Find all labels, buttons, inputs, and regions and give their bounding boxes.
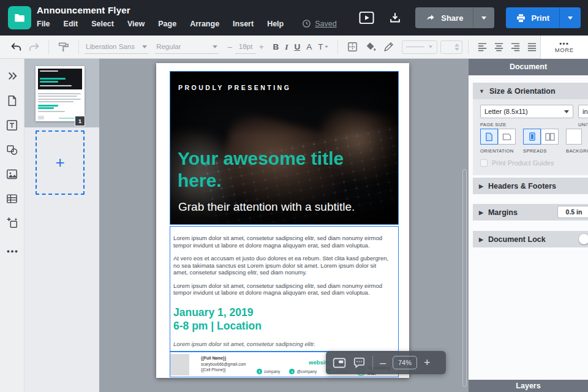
- text-style-letter: T: [318, 42, 323, 51]
- menu-view[interactable]: View: [127, 20, 145, 28]
- share-label: Share: [441, 13, 463, 23]
- background-color-swatch[interactable]: [566, 129, 582, 145]
- menu-select[interactable]: Select: [91, 20, 114, 28]
- zoom-bar: – 74% +: [326, 351, 446, 374]
- thumbnail-hero: [38, 69, 82, 89]
- save-status[interactable]: Saved: [302, 19, 336, 28]
- size-orientation-section-header[interactable]: ▼ Size & Orientation: [473, 83, 588, 99]
- print-product-guides-checkbox[interactable]: [480, 159, 488, 167]
- font-style-select[interactable]: Regular: [155, 40, 219, 54]
- share-dropdown-button[interactable]: [473, 7, 494, 28]
- twitter-handle: @company: [296, 369, 317, 374]
- comments-button[interactable]: [353, 357, 366, 369]
- document-lock-toggle[interactable]: [578, 233, 588, 245]
- shapes-icon: [6, 144, 18, 156]
- more-tools-button[interactable]: ••• MORE: [540, 36, 588, 59]
- table-icon: [6, 194, 18, 204]
- align-right-button[interactable]: [507, 39, 524, 56]
- headers-footers-label: Headers & Footers: [488, 182, 556, 190]
- font-size-decrease-button[interactable]: –: [225, 39, 235, 56]
- page-size-select[interactable]: Letter (8.5x11): [480, 105, 573, 118]
- present-button[interactable]: [358, 9, 375, 26]
- line-weight-stepper[interactable]: [440, 40, 462, 54]
- app-window: Announcement Flyer File Edit Select View…: [0, 0, 588, 392]
- more-tools-rail-button[interactable]: [0, 239, 24, 263]
- page-size-value: Letter (8.5x11): [484, 108, 528, 115]
- shapes-tool-button[interactable]: [0, 137, 24, 162]
- expand-panel-button[interactable]: [0, 64, 24, 88]
- pages-tool-button[interactable]: [0, 88, 24, 113]
- font-size-increase-button[interactable]: +: [256, 39, 267, 56]
- orientation-landscape-button[interactable]: [498, 129, 516, 145]
- menu-file[interactable]: File: [37, 20, 50, 28]
- images-tool-button[interactable]: [0, 162, 24, 186]
- facebook-handle: company: [264, 369, 280, 374]
- menu-page[interactable]: Page: [158, 20, 176, 28]
- border-color-button[interactable]: [380, 39, 398, 56]
- text-style-button[interactable]: T: [315, 39, 332, 56]
- triangle-right-icon: ▶: [479, 209, 483, 216]
- chevron-down-icon: [568, 17, 573, 20]
- document-panel: Document ▼ Size & Orientation Letter (8.…: [469, 59, 588, 392]
- bold-button[interactable]: B: [270, 39, 282, 56]
- zoom-in-button[interactable]: +: [424, 357, 431, 368]
- menu-arrange[interactable]: Arrange: [190, 20, 219, 28]
- menu-help[interactable]: Help: [267, 20, 284, 28]
- underline-button[interactable]: U: [291, 39, 303, 56]
- zoom-out-button[interactable]: –: [380, 357, 386, 368]
- text-tool-button[interactable]: [0, 113, 24, 137]
- align-left-button[interactable]: [474, 39, 491, 56]
- smart-fields-tool-button[interactable]: [0, 211, 24, 235]
- headers-footers-section-header[interactable]: ▶ Headers & Footers: [473, 178, 588, 194]
- chevron-down-icon: [213, 45, 217, 48]
- flyer-page[interactable]: PROUDLY PRESENTING Your awesome title he…: [156, 63, 409, 378]
- page-size-label: PAGE SIZE: [480, 122, 507, 127]
- zoom-level-field[interactable]: 74%: [393, 356, 417, 369]
- align-center-button[interactable]: [491, 39, 507, 56]
- canvas-scrollbar[interactable]: [462, 169, 467, 387]
- clock-icon: [302, 19, 311, 28]
- triangle-right-icon: ▶: [479, 183, 483, 189]
- hero-image-block[interactable]: PROUDLY PRESENTING Your awesome title he…: [170, 72, 398, 224]
- print-button[interactable]: Print: [506, 7, 559, 28]
- document-title[interactable]: Announcement Flyer: [37, 5, 130, 15]
- add-page-button[interactable]: +: [36, 130, 85, 195]
- text-color-button[interactable]: A: [303, 39, 315, 56]
- format-painter-button[interactable]: [55, 39, 73, 56]
- page-thumbnail[interactable]: 1: [36, 66, 85, 121]
- font-family-select[interactable]: Liberation Sans: [85, 40, 148, 54]
- redo-button[interactable]: [25, 39, 43, 56]
- layers-panel-header[interactable]: Layers: [469, 380, 588, 392]
- page-number-badge: 1: [75, 116, 85, 126]
- spreads-facing-button[interactable]: [541, 129, 559, 145]
- body-paragraph: Lorem ipsum dolor sit amet, consetetur s…: [173, 235, 391, 249]
- chevron-down-icon: [564, 110, 569, 113]
- folder-icon: [13, 11, 26, 24]
- undo-button[interactable]: [7, 39, 25, 56]
- margins-section-header[interactable]: ▶ Margins 0.5 in: [473, 204, 588, 221]
- italic-button[interactable]: I: [282, 39, 291, 56]
- table-tool-button[interactable]: [0, 186, 24, 211]
- units-select[interactable]: in: [578, 105, 588, 118]
- align-justify-button[interactable]: [524, 39, 540, 56]
- menu-edit[interactable]: Edit: [64, 20, 78, 28]
- table-button[interactable]: [344, 39, 361, 56]
- download-icon: [388, 11, 402, 24]
- margins-input[interactable]: 0.5 in: [557, 206, 588, 218]
- font-size-field[interactable]: 18pt: [235, 40, 256, 54]
- orientation-portrait-button[interactable]: [480, 129, 498, 145]
- document-lock-section-header[interactable]: ▶ Document Lock: [473, 231, 588, 247]
- spreads-single-button[interactable]: [523, 129, 541, 145]
- share-button[interactable]: Share: [415, 7, 473, 28]
- download-button[interactable]: [386, 9, 404, 26]
- document-panel-header[interactable]: Document: [469, 59, 588, 75]
- print-dropdown-button[interactable]: [559, 7, 581, 28]
- canvas-workspace[interactable]: PROUDLY PRESENTING Your awesome title he…: [99, 59, 469, 392]
- ellipsis-icon: •••: [559, 41, 569, 46]
- body-text-block[interactable]: Lorem ipsum dolor sit amet, consetetur s…: [170, 227, 398, 352]
- app-logo[interactable]: [8, 6, 31, 29]
- menu-insert[interactable]: Insert: [233, 20, 254, 28]
- line-style-select[interactable]: [402, 40, 437, 54]
- fill-color-button[interactable]: [361, 39, 380, 56]
- fit-to-screen-button[interactable]: [333, 358, 346, 368]
